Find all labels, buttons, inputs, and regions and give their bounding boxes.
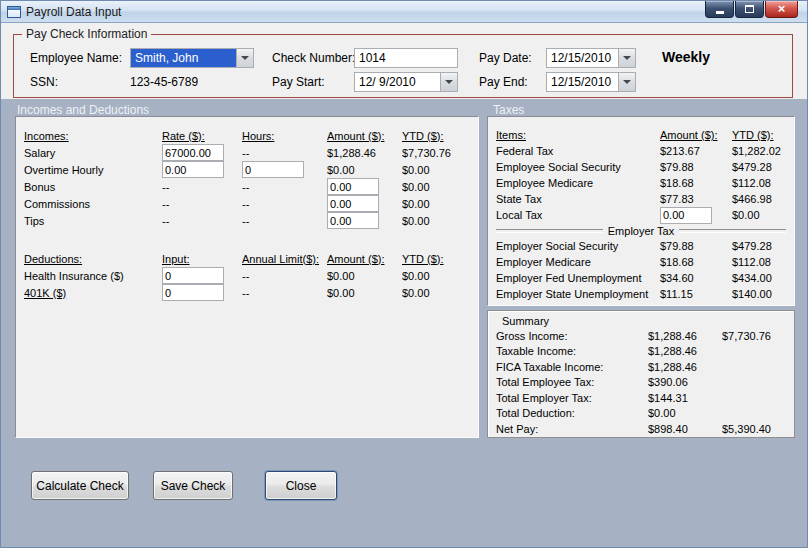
items-header: Items: (496, 129, 660, 141)
deduction-limit: -- (242, 270, 327, 282)
minimize-button[interactable] (705, 1, 734, 18)
calculate-check-button[interactable]: Calculate Check (31, 471, 129, 500)
tax-ytd: $112.08 (732, 177, 794, 189)
taxes-panel: Items: Amount ($): YTD ($): Federal Tax … (487, 116, 795, 306)
incomes-header-row: Incomes: Rate ($): Hours: Amount ($): YT… (24, 127, 478, 144)
income-rate: -- (162, 215, 242, 227)
summary-name: Taxable Income: (496, 345, 648, 357)
check-number-label: Check Number: (272, 48, 355, 68)
tax-amount: $11.15 (660, 288, 732, 300)
paycheck-group-label: Pay Check Information (22, 27, 151, 41)
commissions-amount-input[interactable] (327, 195, 379, 212)
summary-ytd: $7,730.76 (722, 330, 794, 342)
window-title: Payroll Data Input (26, 5, 121, 19)
tax-amount: $213.67 (660, 145, 732, 157)
tax-amount: $18.68 (660, 177, 732, 189)
401k-input[interactable] (162, 284, 224, 301)
deduction-row-401k: 401K ($) -- $0.00 $0.00 (24, 284, 478, 301)
summary-name: FICA Taxable Income: (496, 361, 648, 373)
paycheck-info-group: Pay Check Information Employee Name: Smi… (13, 34, 793, 98)
tax-row-employer-fed-unemployment: Employer Fed Unemployment $34.60 $434.00 (496, 270, 794, 286)
save-check-button[interactable]: Save Check (153, 471, 233, 500)
salary-rate-input[interactable] (162, 144, 224, 161)
summary-name: Total Employee Tax: (496, 376, 648, 388)
deduction-amount: $0.00 (327, 270, 402, 282)
deduction-name: Health Insurance ($) (24, 270, 162, 282)
summary-row-net-pay: Net Pay: $898.40 $5,390.40 (496, 421, 794, 437)
employee-name-dropdown-button[interactable] (236, 49, 253, 67)
pay-start-value: 12/ 9/2010 (355, 73, 440, 91)
summary-name: Gross Income: (496, 330, 648, 342)
income-hours: -- (242, 215, 327, 227)
pay-end-dropdown-button[interactable] (618, 73, 635, 91)
ytd-header: YTD ($): (402, 253, 478, 265)
income-ytd: $0.00 (402, 198, 478, 210)
employer-tax-label: Employer Tax (603, 225, 679, 237)
summary-amount: $1,288.46 (648, 330, 722, 342)
income-name: Salary (24, 147, 162, 159)
tax-ytd: $0.00 (732, 209, 794, 221)
income-amount: $1,288.46 (327, 147, 402, 159)
titlebar: Payroll Data Input × (1, 1, 807, 23)
overtime-rate-input[interactable] (162, 161, 224, 178)
tax-row-local: Local Tax $0.00 (496, 207, 794, 223)
local-tax-input[interactable] (660, 207, 712, 224)
annual-limit-header: Annual Limit($): (242, 253, 327, 265)
tax-row-state: State Tax $77.83 $466.98 (496, 191, 794, 207)
close-button[interactable]: Close (265, 471, 337, 500)
window-controls: × (705, 1, 798, 18)
app-icon (7, 6, 21, 18)
tax-ytd: $1,282.02 (732, 145, 794, 157)
ytd-header: YTD ($): (402, 130, 478, 142)
incomes-deductions-panel: Incomes: Rate ($): Hours: Amount ($): YT… (15, 116, 479, 438)
deductions-header-row: Deductions: Input: Annual Limit($): Amou… (24, 250, 478, 267)
ytd-header: YTD ($): (732, 129, 794, 141)
summary-amount: $0.00 (648, 407, 722, 419)
income-hours: -- (242, 147, 327, 159)
employee-name-combobox[interactable]: Smith, John (130, 48, 254, 68)
summary-row-fica: FICA Taxable Income: $1,288.46 (496, 359, 794, 375)
income-row-salary: Salary -- $1,288.46 $7,730.76 (24, 144, 478, 161)
tax-row-employee-medicare: Employee Medicare $18.68 $112.08 (496, 175, 794, 191)
pay-date-datepicker[interactable]: 12/15/2010 (546, 48, 636, 68)
deduction-name-401k-link[interactable]: 401K ($) (24, 287, 162, 299)
bonus-amount-input[interactable] (327, 178, 379, 195)
tax-name: Employee Medicare (496, 177, 660, 189)
pay-end-value: 12/15/2010 (547, 73, 618, 91)
pay-frequency-label: Weekly (662, 47, 710, 67)
income-row-bonus: Bonus -- -- $0.00 (24, 178, 478, 195)
tax-amount: $18.68 (660, 256, 732, 268)
payroll-window: Payroll Data Input × Incomes and Deducti… (0, 0, 808, 548)
tax-name: Employer State Unemployment (496, 288, 660, 300)
chevron-down-icon (623, 80, 631, 84)
pay-date-value: 12/15/2010 (547, 49, 618, 67)
tax-ytd: $434.00 (732, 272, 794, 284)
input-header: Input: (162, 253, 242, 265)
tips-amount-input[interactable] (327, 212, 379, 229)
summary-row-total-deduction: Total Deduction: $0.00 (496, 406, 794, 422)
tax-amount: $79.88 (660, 161, 732, 173)
pay-start-datepicker[interactable]: 12/ 9/2010 (354, 72, 458, 92)
income-hours: -- (242, 181, 327, 193)
maximize-button[interactable] (735, 1, 764, 18)
income-amount: $0.00 (327, 164, 402, 176)
income-hours: -- (242, 198, 327, 210)
check-number-input[interactable] (354, 48, 458, 68)
tax-name: Employer Medicare (496, 256, 660, 268)
health-insurance-input[interactable] (162, 267, 224, 284)
overtime-hours-input[interactable] (242, 161, 304, 178)
pay-start-dropdown-button[interactable] (440, 73, 457, 91)
ssn-value: 123-45-6789 (130, 72, 198, 92)
pay-date-dropdown-button[interactable] (618, 49, 635, 67)
income-name: Bonus (24, 181, 162, 193)
pay-end-datepicker[interactable]: 12/15/2010 (546, 72, 636, 92)
summary-amount: $898.40 (648, 423, 722, 435)
summary-name: Total Deduction: (496, 407, 648, 419)
summary-amount: $144.31 (648, 392, 722, 404)
income-rate: -- (162, 198, 242, 210)
close-window-button[interactable]: × (765, 1, 798, 18)
income-row-tips: Tips -- -- $0.00 (24, 212, 478, 229)
amount-header: Amount ($): (327, 253, 402, 265)
amount-header: Amount ($): (660, 129, 732, 141)
deduction-row-health-insurance: Health Insurance ($) -- $0.00 $0.00 (24, 267, 478, 284)
